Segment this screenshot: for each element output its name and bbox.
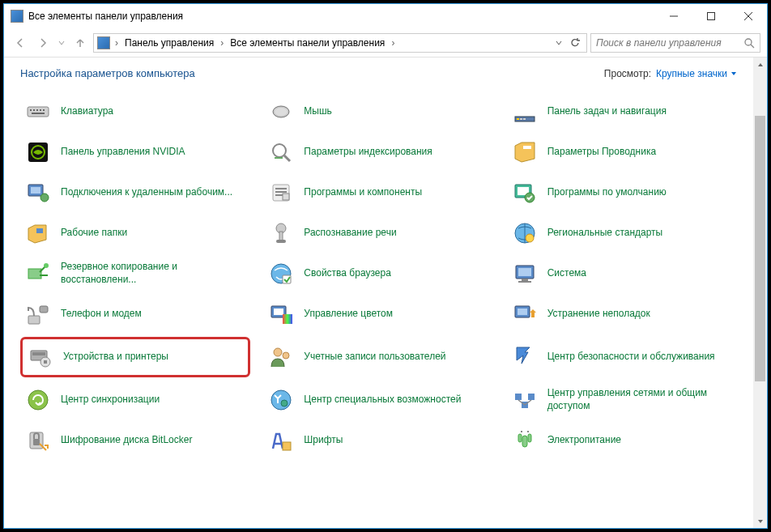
item-label: Устройства и принтеры <box>63 351 168 364</box>
svg-point-27 <box>40 194 49 202</box>
control-panel-window: Все элементы панели управления › Панель … <box>3 3 768 529</box>
scroll-up-button[interactable] <box>753 57 767 71</box>
close-button[interactable] <box>730 4 767 28</box>
item-icon <box>23 426 53 455</box>
item-icon <box>266 219 296 248</box>
item-icon <box>266 300 296 329</box>
item-label: Панель задач и навигация <box>547 105 667 118</box>
control-panel-item[interactable]: Программы по умолчанию <box>507 175 737 211</box>
search-box[interactable] <box>590 33 760 53</box>
svg-line-22 <box>284 155 290 161</box>
svg-rect-47 <box>518 268 531 276</box>
item-icon <box>510 97 539 126</box>
search-icon <box>743 37 755 49</box>
control-panel-item[interactable]: Подключения к удаленным рабочим... <box>20 175 250 211</box>
control-panel-icon <box>97 36 110 49</box>
up-button[interactable] <box>70 33 90 53</box>
item-icon <box>23 259 53 288</box>
item-icon <box>510 385 539 415</box>
control-panel-item[interactable]: Устройства и принтеры <box>20 337 250 377</box>
recent-dropdown[interactable] <box>56 33 67 53</box>
address-bar[interactable]: › Панель управления › Все элементы панел… <box>93 33 587 53</box>
control-panel-item[interactable]: Центр управления сетями и общим доступом <box>507 382 737 418</box>
search-input[interactable] <box>596 37 743 49</box>
item-icon <box>23 178 53 207</box>
item-label: Центр синхронизации <box>61 394 160 406</box>
svg-rect-74 <box>522 436 527 447</box>
scrollbar[interactable] <box>753 57 767 528</box>
svg-point-41 <box>526 234 534 242</box>
control-panel-item[interactable]: Устранение неполадок <box>507 296 737 332</box>
svg-rect-8 <box>33 109 35 111</box>
control-panel-item[interactable]: Распознавание речи <box>263 215 493 251</box>
item-label: Подключения к удаленным рабочим... <box>61 186 232 199</box>
control-panel-item[interactable]: Программы и компоненты <box>263 175 493 211</box>
main-panel: Настройка параметров компьютера Просмотр… <box>4 57 753 528</box>
item-icon <box>266 178 296 207</box>
scroll-track[interactable] <box>753 71 767 514</box>
control-panel-item[interactable]: Шифрование диска BitLocker <box>20 423 250 458</box>
control-panel-item[interactable]: Рабочие папки <box>20 215 250 251</box>
item-label: Программы и компоненты <box>304 186 422 199</box>
item-icon <box>266 343 296 372</box>
svg-rect-66 <box>515 394 522 400</box>
control-panel-item[interactable]: Мышь <box>263 94 493 130</box>
chevron-right-icon[interactable]: › <box>219 37 225 49</box>
svg-point-61 <box>274 348 282 356</box>
svg-rect-23 <box>275 157 283 159</box>
control-panel-item[interactable]: Центр специальных возможностей <box>263 382 493 418</box>
breadcrumb-1[interactable]: Панель управления <box>123 37 215 49</box>
svg-point-63 <box>28 390 48 410</box>
minimize-button[interactable] <box>655 4 692 28</box>
maximize-button[interactable] <box>692 4 730 28</box>
control-panel-item[interactable]: Параметры Проводника <box>507 134 737 170</box>
item-icon <box>510 259 539 288</box>
chevron-right-icon[interactable]: › <box>113 37 120 49</box>
svg-rect-51 <box>40 306 48 313</box>
item-icon <box>23 138 53 167</box>
breadcrumb-2[interactable]: Все элементы панели управления <box>228 37 386 49</box>
control-panel-item[interactable]: Система <box>507 256 737 292</box>
refresh-button[interactable] <box>567 33 583 53</box>
items-grid: КлавиатураМышьПанель задач и навигацияПа… <box>20 94 737 458</box>
control-panel-item[interactable]: Свойства браузера <box>263 256 493 292</box>
control-panel-item[interactable]: Клавиатура <box>20 94 250 130</box>
control-panel-item[interactable]: Шрифты <box>263 423 493 458</box>
item-label: Панель управления NVIDIA <box>61 146 185 159</box>
item-icon <box>23 219 53 248</box>
window-controls <box>655 4 767 28</box>
chevron-right-icon[interactable]: › <box>390 37 396 49</box>
address-dropdown[interactable] <box>552 33 565 53</box>
control-panel-item[interactable]: Электропитание <box>507 423 737 458</box>
control-panel-item[interactable]: Региональные стандарты <box>507 215 737 251</box>
viewby-dropdown[interactable]: Крупные значки <box>656 68 737 79</box>
svg-rect-72 <box>33 439 40 445</box>
forward-button[interactable] <box>33 33 53 53</box>
control-panel-item[interactable]: Панель задач и навигация <box>507 94 737 130</box>
svg-point-4 <box>745 39 752 45</box>
control-panel-item[interactable]: Телефон и модем <box>20 296 250 332</box>
item-label: Резервное копирование и восстановлени... <box>61 261 247 286</box>
control-panel-item[interactable]: Резервное копирование и восстановлени... <box>20 256 250 292</box>
scroll-thumb[interactable] <box>755 116 765 381</box>
svg-rect-39 <box>276 240 286 243</box>
control-panel-item[interactable]: Управление цветом <box>263 296 493 332</box>
item-label: Центр безопасности и обслуживания <box>547 351 715 364</box>
content-area: Настройка параметров компьютера Просмотр… <box>4 57 767 528</box>
page-title: Настройка параметров компьютера <box>20 67 604 79</box>
item-icon <box>510 343 539 372</box>
svg-rect-50 <box>28 316 40 324</box>
control-panel-item[interactable]: Панель управления NVIDIA <box>20 134 250 170</box>
control-panel-item[interactable]: Центр синхронизации <box>20 382 250 418</box>
item-icon <box>266 385 296 415</box>
scroll-down-button[interactable] <box>753 514 767 528</box>
svg-rect-16 <box>517 118 519 120</box>
control-panel-item[interactable]: Центр безопасности и обслуживания <box>507 337 737 377</box>
svg-rect-58 <box>32 352 45 355</box>
control-panel-item[interactable]: Параметры индексирования <box>263 134 493 170</box>
item-icon <box>510 219 539 248</box>
svg-rect-18 <box>523 118 526 120</box>
back-button[interactable] <box>11 33 30 53</box>
control-panel-item[interactable]: Учетные записи пользователей <box>263 337 493 377</box>
svg-rect-54 <box>283 314 292 324</box>
